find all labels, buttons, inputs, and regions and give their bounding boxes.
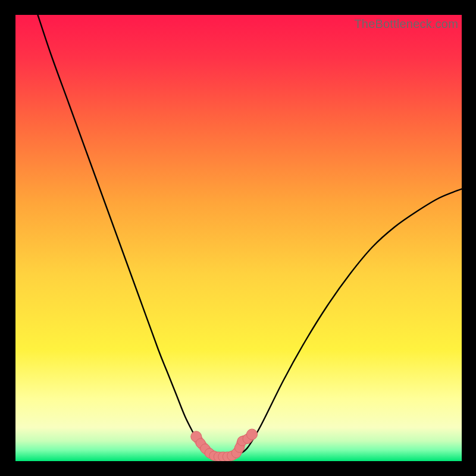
watermark-text: TheBottleneck.com [354, 17, 458, 31]
plot-area: TheBottleneck.com [15, 15, 462, 461]
marker-point [247, 429, 258, 440]
bottleneck-chart [15, 15, 462, 461]
gradient-background [15, 15, 462, 461]
chart-frame: TheBottleneck.com [0, 0, 476, 476]
